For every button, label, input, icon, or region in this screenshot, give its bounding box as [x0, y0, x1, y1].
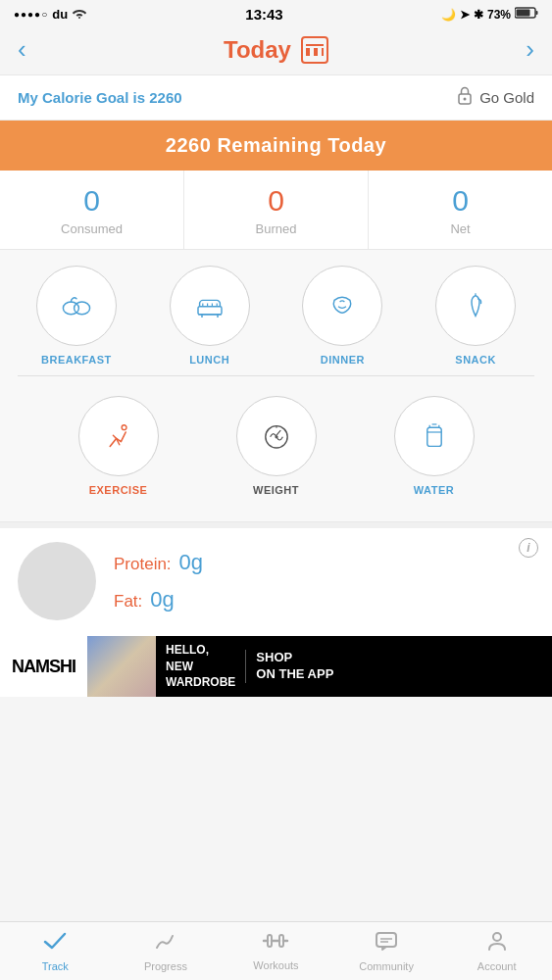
- meal-icons-row: BREAKFAST LUNCH: [0, 266, 552, 366]
- consumed-value: 0: [0, 184, 183, 218]
- weight-button[interactable]: WEIGHT: [236, 396, 317, 496]
- burned-value: 0: [184, 184, 368, 218]
- lunch-button[interactable]: LUNCH: [170, 266, 250, 366]
- prev-day-button[interactable]: ‹: [18, 34, 26, 65]
- svg-rect-2: [536, 11, 538, 15]
- today-label: Today: [224, 36, 291, 64]
- lock-icon: [456, 85, 474, 110]
- section-divider: [18, 375, 534, 376]
- bluetooth-icon: ✱: [474, 8, 483, 22]
- workouts-label: Workouts: [253, 959, 298, 971]
- lunch-circle: [170, 266, 250, 346]
- next-day-button[interactable]: ›: [526, 34, 534, 65]
- svg-point-17: [122, 425, 126, 430]
- svg-point-5: [464, 98, 467, 101]
- dinner-label: DINNER: [321, 354, 365, 366]
- svg-point-0: [78, 17, 80, 19]
- status-left: ●●●●○ du: [14, 7, 87, 22]
- carrier-name: du: [52, 7, 68, 22]
- ad-banner[interactable]: NAMSHI HELLO, NEW WARDROBE SHOP ON THE A…: [0, 636, 552, 697]
- protein-value: 0g: [179, 550, 203, 575]
- ad-cta[interactable]: SHOP ON THE APP: [245, 650, 343, 683]
- macro-section: i Protein: 0g Fat: 0g: [0, 522, 552, 636]
- go-gold-label: Go Gold: [479, 89, 534, 106]
- dinner-circle: [302, 266, 382, 346]
- exercise-label: EXERCISE: [89, 484, 148, 496]
- weight-circle: [236, 396, 317, 476]
- protein-label: Protein:: [114, 555, 172, 574]
- battery-percentage: 73%: [487, 8, 511, 22]
- exercise-circle: [78, 396, 159, 476]
- snack-circle: [435, 266, 516, 346]
- community-icon: [375, 930, 398, 957]
- community-label: Community: [359, 960, 414, 972]
- ad-logo-section: NAMSHI: [0, 636, 87, 697]
- svg-line-20: [276, 430, 280, 435]
- svg-point-35: [493, 933, 501, 941]
- calorie-goal-row: My Calorie Goal is 2260 Go Gold: [0, 74, 552, 121]
- status-time: 13:43: [245, 6, 282, 23]
- exercise-button[interactable]: EXERCISE: [78, 396, 159, 496]
- consumed-label: Consumed: [61, 221, 123, 236]
- tab-account[interactable]: Account: [441, 922, 552, 980]
- burned-label: Burned: [256, 221, 297, 236]
- breakfast-label: BREAKFAST: [41, 354, 112, 366]
- water-circle: [394, 396, 475, 476]
- fat-row: Fat: 0g: [114, 587, 203, 612]
- weight-label: WEIGHT: [253, 484, 299, 496]
- protein-row: Protein: 0g: [114, 550, 203, 575]
- net-stat: 0 Net: [369, 171, 552, 249]
- fat-label: Fat:: [114, 592, 142, 612]
- meal-section: BREAKFAST LUNCH: [0, 250, 552, 522]
- ad-logo-text: NAMSHI: [12, 657, 75, 677]
- nav-header: ‹ Today ›: [0, 26, 552, 74]
- dinner-button[interactable]: DINNER: [302, 266, 382, 366]
- calorie-goal-text: My Calorie Goal is 2260: [18, 89, 182, 106]
- current-day-title: Today: [224, 36, 328, 64]
- track-label: Track: [42, 960, 69, 972]
- svg-rect-32: [376, 933, 396, 947]
- status-bar: ●●●●○ du 13:43 🌙 ➤ ✱ 73%: [0, 0, 552, 26]
- tab-bar: Track Progress Workouts: [0, 921, 552, 980]
- svg-point-7: [74, 302, 89, 315]
- water-button[interactable]: WATER: [394, 396, 475, 496]
- svg-rect-22: [427, 427, 440, 446]
- tab-workouts[interactable]: Workouts: [221, 922, 331, 980]
- wifi-icon: [72, 7, 87, 22]
- macro-values: Protein: 0g Fat: 0g: [114, 550, 203, 612]
- ad-tagline: HELLO, NEW WARDROBE: [156, 642, 245, 691]
- calorie-goal-value: 2260: [149, 89, 181, 106]
- fat-value: 0g: [150, 587, 174, 612]
- progress-label: Progress: [144, 960, 187, 972]
- status-right: 🌙 ➤ ✱ 73%: [441, 7, 538, 22]
- water-label: WATER: [414, 484, 454, 496]
- account-label: Account: [477, 960, 517, 972]
- progress-icon: [154, 930, 177, 957]
- signal-dots: ●●●●○: [14, 9, 48, 20]
- remaining-text: 2260 Remaining Today: [166, 134, 386, 156]
- tab-track[interactable]: Track: [0, 922, 111, 980]
- snack-button[interactable]: SNACK: [435, 266, 516, 366]
- svg-rect-8: [198, 307, 222, 315]
- burned-stat: 0 Burned: [184, 171, 369, 249]
- location-icon: ➤: [460, 8, 470, 22]
- svg-rect-3: [517, 10, 530, 17]
- breakfast-circle: [36, 266, 117, 346]
- moon-icon: 🌙: [441, 8, 456, 22]
- info-icon[interactable]: i: [519, 538, 538, 558]
- consumed-stat: 0 Consumed: [0, 171, 184, 249]
- activity-icons-row: EXERCISE WEIGHT: [0, 386, 552, 512]
- go-gold-button[interactable]: Go Gold: [456, 85, 534, 110]
- snack-label: SNACK: [455, 354, 496, 366]
- calendar-icon[interactable]: [301, 36, 328, 64]
- lunch-label: LUNCH: [189, 354, 229, 366]
- net-label: Net: [450, 221, 470, 236]
- ad-image: [87, 636, 156, 697]
- remaining-banner: 2260 Remaining Today: [0, 121, 552, 171]
- breakfast-button[interactable]: BREAKFAST: [36, 266, 117, 366]
- avatar: [18, 542, 96, 620]
- tab-community[interactable]: Community: [331, 922, 442, 980]
- account-icon: [486, 930, 508, 957]
- battery-icon: [515, 7, 538, 22]
- tab-progress[interactable]: Progress: [111, 922, 222, 980]
